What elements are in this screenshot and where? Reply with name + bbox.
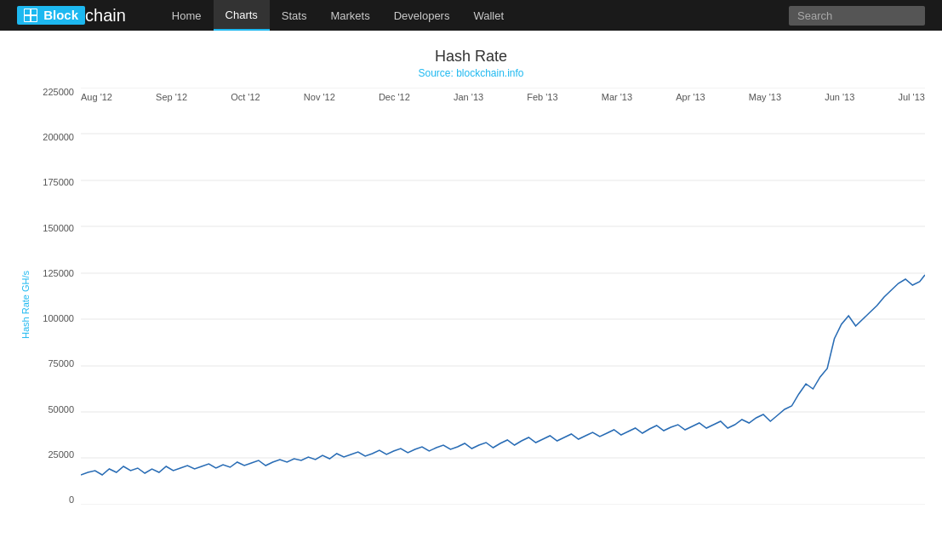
chart-inner: 0250005000075000100000125000150000175000… — [34, 88, 925, 522]
header: Block chain Home Charts Stats Markets De… — [0, 0, 942, 31]
svg-rect-2 — [25, 16, 30, 21]
y-label: 200000 — [34, 133, 81, 142]
nav-stats[interactable]: Stats — [270, 0, 319, 31]
svg-rect-1 — [31, 9, 37, 14]
svg-rect-0 — [25, 9, 30, 14]
y-label: 50000 — [34, 405, 81, 414]
nav-markets[interactable]: Markets — [318, 0, 381, 31]
y-label: 150000 — [34, 224, 81, 233]
y-axis-label: Hash Rate GH/s — [17, 88, 34, 522]
logo-chain-label: chain — [85, 6, 126, 26]
main-nav: Home Charts Stats Markets Developers Wal… — [160, 0, 516, 31]
logo-block-text: Block — [17, 6, 85, 25]
nav-developers[interactable]: Developers — [382, 0, 462, 31]
search-input[interactable] — [789, 6, 925, 26]
chart-wrap: Hash Rate GH/s 0250005000075000100000125… — [17, 88, 925, 522]
y-label: 225000 — [34, 88, 81, 97]
svg-rect-3 — [31, 16, 37, 21]
chart-container: Hash Rate Source: blockchain.info Hash R… — [0, 31, 942, 530]
y-label: 100000 — [34, 314, 81, 323]
y-labels: 0250005000075000100000125000150000175000… — [34, 88, 81, 505]
nav-home[interactable]: Home — [160, 0, 214, 31]
nav-charts[interactable]: Charts — [214, 0, 270, 31]
y-label: 25000 — [34, 450, 81, 460]
nav-wallet[interactable]: Wallet — [461, 0, 516, 31]
chart-title: Hash Rate — [17, 48, 925, 66]
chart-svg-area — [81, 88, 925, 505]
chart-source: Source: blockchain.info — [17, 67, 925, 79]
logo: Block chain — [17, 6, 126, 26]
y-label: 125000 — [34, 269, 81, 278]
y-label: 75000 — [34, 359, 81, 369]
y-label: 175000 — [34, 178, 81, 187]
y-label: 0 — [34, 495, 81, 505]
logo-block-label: Block — [43, 8, 78, 22]
chart-line-graph — [81, 88, 925, 505]
